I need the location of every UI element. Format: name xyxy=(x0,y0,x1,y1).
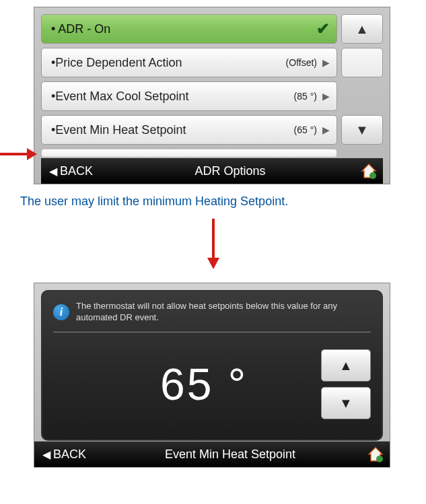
menu-item-value: (Offset) xyxy=(286,57,317,68)
callout-arrow-down xyxy=(0,219,426,269)
home-icon xyxy=(360,163,378,179)
check-icon: ✔ xyxy=(316,20,330,38)
back-button[interactable]: ◀ BACK xyxy=(42,447,103,462)
info-row: i The thermostat will not allow heat set… xyxy=(53,301,371,332)
adr-options-screen: • ADR - On ✔ ▲ • Price Dependent Action … xyxy=(34,7,390,184)
menu-item-value: (65 °) xyxy=(294,124,317,135)
increase-button[interactable]: ▲ xyxy=(321,349,371,382)
info-text: The thermostat will not allow heat setpo… xyxy=(76,301,371,324)
chevron-right-icon: ▶ xyxy=(322,91,330,102)
callout-arrow-right xyxy=(0,148,37,163)
menu-item-value: (85 °) xyxy=(294,91,317,102)
caption-text: The user may limit the minimum Heating S… xyxy=(20,194,406,209)
back-arrow-icon: ◀ xyxy=(42,448,50,461)
chevron-right-icon: ▶ xyxy=(322,57,330,68)
scroll-down-button[interactable]: ▼ xyxy=(341,115,383,145)
nav-bar: ◀ BACK Event Min Heat Setpoint xyxy=(34,441,390,467)
page-title: ADR Options xyxy=(110,164,351,178)
heat-setpoint-value: 65 ° xyxy=(53,359,321,410)
page-title: Event Min Heat Setpoint xyxy=(103,447,357,462)
svg-point-7 xyxy=(376,456,383,462)
scroll-spacer xyxy=(341,48,383,77)
value-row: 65 ° ▲ ▼ xyxy=(53,332,371,430)
back-label: BACK xyxy=(53,447,86,462)
chevron-right-icon: ▶ xyxy=(322,124,330,135)
home-icon xyxy=(367,446,384,462)
menu-item-min-heat[interactable]: • Event Min Heat Setpoint (65 °) ▶ xyxy=(41,115,337,145)
menu-list: • ADR - On ✔ ▲ • Price Dependent Action … xyxy=(41,14,383,145)
menu-item-adr-on[interactable]: • ADR - On ✔ xyxy=(41,14,337,44)
decrease-button[interactable]: ▼ xyxy=(321,387,371,419)
home-button[interactable] xyxy=(357,446,384,462)
menu-item-label: • ADR - On xyxy=(51,22,316,36)
svg-marker-1 xyxy=(27,148,37,160)
svg-marker-5 xyxy=(207,258,219,269)
menu-item-label: Price Dependent Action xyxy=(55,56,285,70)
back-label: BACK xyxy=(60,164,93,178)
nav-bar: ◀ BACK ADR Options xyxy=(41,158,383,184)
content-panel: i The thermostat will not allow heat set… xyxy=(41,290,383,441)
svg-point-3 xyxy=(369,172,376,179)
back-button[interactable]: ◀ BACK xyxy=(49,164,110,178)
home-button[interactable] xyxy=(351,163,378,179)
back-arrow-icon: ◀ xyxy=(49,165,57,178)
info-icon: i xyxy=(53,304,69,320)
min-heat-setpoint-screen: i The thermostat will not allow heat set… xyxy=(34,283,390,468)
scroll-up-button[interactable]: ▲ xyxy=(341,14,383,44)
adjust-buttons: ▲ ▼ xyxy=(321,349,371,419)
list-peek-item xyxy=(41,149,337,157)
menu-item-label: Event Min Heat Setpoint xyxy=(55,123,293,137)
menu-item-label: Event Max Cool Setpoint xyxy=(55,89,293,104)
menu-item-price-dependent[interactable]: • Price Dependent Action (Offset) ▶ xyxy=(41,48,337,77)
menu-item-max-cool[interactable]: • Event Max Cool Setpoint (85 °) ▶ xyxy=(41,81,337,111)
